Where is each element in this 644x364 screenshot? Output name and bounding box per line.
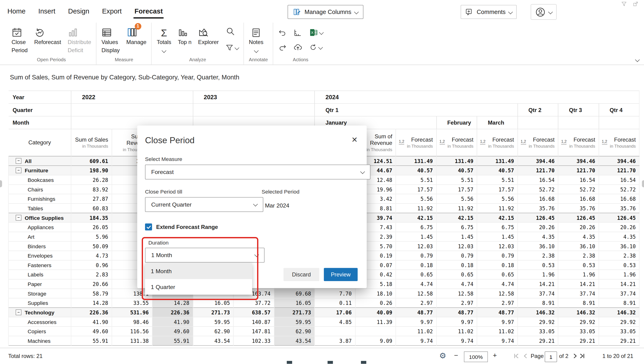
category-cell[interactable]: −Technology bbox=[9, 308, 71, 317]
data-cell[interactable]: 69.68 bbox=[274, 289, 315, 298]
data-cell[interactable]: 36.10 bbox=[517, 241, 558, 251]
category-cell[interactable]: −Office Supplies bbox=[9, 213, 71, 222]
chevron-down-icon[interactable] bbox=[319, 30, 324, 35]
data-cell[interactable]: 58.79 bbox=[71, 289, 112, 298]
data-cell[interactable]: 6.75 bbox=[477, 222, 517, 232]
data-cell[interactable]: 126.45 bbox=[517, 213, 558, 222]
expand-icon[interactable] bbox=[633, 1, 638, 6]
category-cell[interactable]: Machines bbox=[9, 336, 71, 346]
data-cell[interactable]: 6.75 bbox=[436, 222, 477, 232]
page-input[interactable] bbox=[545, 352, 557, 362]
duration-select[interactable]: 1 Month bbox=[145, 248, 264, 263]
data-cell[interactable]: 40.57 bbox=[396, 166, 436, 175]
category-cell[interactable]: Art bbox=[9, 232, 71, 242]
data-cell[interactable]: 116.56 bbox=[112, 326, 152, 336]
data-cell[interactable]: 52.72 bbox=[599, 185, 639, 194]
last-page-button[interactable] bbox=[579, 353, 585, 359]
data-cell[interactable]: 48.77 bbox=[436, 308, 477, 317]
measure-select[interactable]: Forecast bbox=[145, 165, 370, 180]
category-cell[interactable]: Furnishings bbox=[9, 194, 71, 204]
data-cell[interactable]: 62.90 bbox=[274, 326, 315, 336]
data-cell[interactable]: 638.57 bbox=[234, 308, 274, 317]
data-cell[interactable]: 11.02 bbox=[396, 326, 436, 336]
cloud-upload-icon[interactable] bbox=[293, 43, 302, 52]
collapse-icon[interactable]: − bbox=[16, 215, 22, 220]
data-cell[interactable]: 394.46 bbox=[517, 156, 558, 166]
data-cell[interactable]: 146.32 bbox=[599, 308, 639, 317]
category-cell[interactable]: Accessories bbox=[9, 317, 71, 327]
distribute-deficit-button[interactable]: Distribute Deficit bbox=[68, 25, 91, 54]
data-cell[interactable]: 11.92 bbox=[436, 204, 477, 213]
chevron-down-icon[interactable] bbox=[254, 48, 259, 53]
data-cell[interactable]: 14.28 bbox=[152, 298, 193, 308]
data-cell[interactable]: 271.73 bbox=[274, 308, 315, 317]
data-cell[interactable]: 394.46 bbox=[599, 156, 639, 166]
data-cell[interactable]: 0.18 bbox=[436, 260, 477, 270]
data-cell[interactable]: 5.56 bbox=[396, 194, 436, 204]
data-cell[interactable]: 9.74 bbox=[396, 336, 436, 346]
data-cell[interactable]: 609.61 bbox=[71, 156, 112, 166]
data-cell[interactable]: 98.46 bbox=[112, 317, 152, 327]
data-cell[interactable]: 226.36 bbox=[152, 308, 193, 317]
category-cell[interactable]: Storage bbox=[9, 289, 71, 298]
data-cell[interactable]: 394.46 bbox=[558, 156, 599, 166]
data-cell[interactable]: 0.65 bbox=[396, 270, 436, 279]
data-cell[interactable]: 12.58 bbox=[436, 289, 477, 298]
data-cell[interactable]: 27.87 bbox=[71, 194, 112, 204]
data-cell[interactable]: 8.91 bbox=[599, 298, 639, 308]
data-cell[interactable]: 147.81 bbox=[234, 326, 274, 336]
data-cell[interactable]: 37.74 bbox=[558, 289, 599, 298]
data-cell[interactable]: 29.92 bbox=[599, 317, 639, 327]
category-cell[interactable]: Chairs bbox=[9, 185, 71, 194]
data-cell[interactable]: 4.74 bbox=[396, 279, 436, 289]
close-period-till-select[interactable]: Current Quarter bbox=[145, 197, 263, 212]
data-cell[interactable]: 16.68 bbox=[558, 194, 599, 204]
account-button[interactable] bbox=[531, 4, 557, 20]
data-cell[interactable]: 12.58 bbox=[396, 289, 436, 298]
data-cell[interactable]: 126.45 bbox=[558, 213, 599, 222]
data-cell[interactable]: 2.83 bbox=[71, 270, 112, 279]
data-cell[interactable]: 7.70 bbox=[315, 289, 355, 298]
data-cell[interactable]: 49.60 bbox=[71, 326, 112, 336]
data-cell[interactable]: 17.06 bbox=[315, 308, 355, 317]
data-cell[interactable]: 36.10 bbox=[558, 241, 599, 251]
data-cell[interactable]: 16.05 bbox=[274, 298, 315, 308]
filter-icon[interactable] bbox=[226, 44, 234, 52]
data-cell[interactable]: 0.53 bbox=[558, 260, 599, 270]
data-cell[interactable]: 37.74 bbox=[599, 289, 639, 298]
data-cell[interactable]: 29.21 bbox=[599, 336, 639, 346]
data-cell[interactable]: 26.05 bbox=[71, 222, 112, 232]
data-cell[interactable]: 29.92 bbox=[517, 317, 558, 327]
data-cell[interactable]: 5.51 bbox=[477, 175, 517, 185]
data-cell[interactable]: 16.54 bbox=[558, 175, 599, 185]
data-cell[interactable]: 20.66 bbox=[71, 279, 112, 289]
data-cell[interactable]: 11.02 bbox=[436, 326, 477, 336]
data-cell[interactable]: 5.96 bbox=[71, 232, 112, 242]
data-cell[interactable]: 131.49 bbox=[396, 156, 436, 166]
data-cell[interactable]: 1.45 bbox=[477, 232, 517, 242]
data-cell[interactable]: 0.79 bbox=[436, 251, 477, 260]
data-cell[interactable]: 29.21 bbox=[517, 336, 558, 346]
tab-forecast[interactable]: Forecast bbox=[134, 4, 164, 19]
data-cell[interactable]: 0.79 bbox=[396, 251, 436, 260]
data-cell[interactable]: 5.51 bbox=[396, 175, 436, 185]
data-cell[interactable]: 146.32 bbox=[558, 308, 599, 317]
data-cell[interactable]: 52.72 bbox=[558, 185, 599, 194]
data-cell[interactable]: 146.32 bbox=[517, 308, 558, 317]
data-cell[interactable]: 131.38 bbox=[112, 336, 152, 346]
data-cell[interactable]: 33.05 bbox=[517, 326, 558, 336]
data-cell[interactable]: 9.97 bbox=[396, 317, 436, 327]
data-cell[interactable]: 37.74 bbox=[517, 289, 558, 298]
data-cell[interactable]: 11.92 bbox=[396, 204, 436, 213]
data-cell[interactable]: 5.56 bbox=[477, 194, 517, 204]
data-cell[interactable]: 11.39 bbox=[355, 317, 396, 327]
preview-button[interactable]: Preview bbox=[324, 268, 358, 281]
data-cell[interactable]: 41.90 bbox=[71, 317, 112, 327]
first-page-button[interactable] bbox=[513, 353, 519, 359]
right-scroll-hint[interactable] bbox=[642, 180, 644, 187]
data-cell[interactable]: 0.79 bbox=[477, 251, 517, 260]
data-cell[interactable]: 14.28 bbox=[71, 298, 112, 308]
data-cell[interactable]: 35.76 bbox=[558, 204, 599, 213]
data-cell[interactable]: 41.90 bbox=[152, 317, 193, 327]
filter-small-icon[interactable] bbox=[621, 1, 627, 6]
